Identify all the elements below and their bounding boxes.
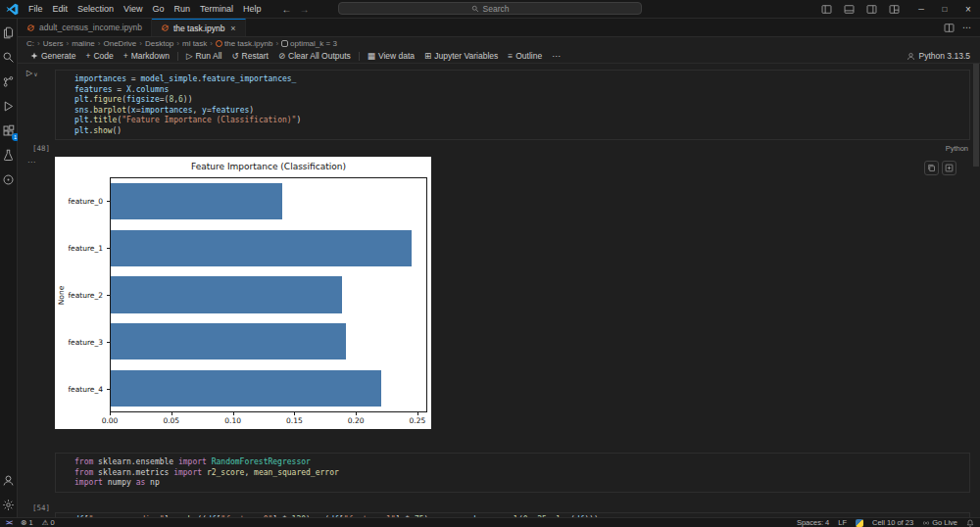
breadcrumb-item[interactable]: OneDrive [103, 39, 136, 48]
menu-item-terminal[interactable]: Terminal [195, 4, 238, 14]
breadcrumb-separator-icon: › [210, 39, 213, 48]
generate-button[interactable]: Generate [25, 51, 80, 61]
run-debug-icon[interactable] [1, 99, 17, 114]
close-tab-icon[interactable]: × [230, 24, 235, 33]
problems-warnings[interactable]: ⚠0 [42, 518, 55, 527]
explorer-icon[interactable] [1, 25, 17, 40]
search-icon[interactable] [1, 50, 17, 65]
search-icon [471, 5, 479, 13]
breadcrumb-item[interactable]: maline [72, 39, 95, 48]
code-cell-2[interactable]: from sklearn.ensemble import RandomFores… [55, 453, 970, 493]
chart-ytick-feature_1: feature_1 [68, 244, 103, 253]
jupyter-variables-button[interactable]: ⊞Jupyter Variables [419, 51, 503, 61]
clear-all-outputs-button[interactable]: ⊘Clear All Outputs [273, 51, 356, 61]
account-icon[interactable] [1, 473, 17, 488]
problems-errors[interactable]: ⊗1 [21, 518, 32, 527]
cell-1-output: ⋯ Feature Importance (Classification) No… [55, 157, 970, 431]
tab-the-task[interactable]: the task.ipynb × [152, 19, 246, 36]
toggle-secondary-sidebar-icon[interactable] [861, 2, 881, 16]
chart-xtick-label: 0.25 [410, 416, 426, 425]
indentation-indicator[interactable]: Spaces: 4 [797, 518, 829, 527]
code-line: df["expon_spending"] = abs((df["feature_… [74, 515, 965, 518]
broadcast-icon [922, 519, 930, 527]
breadcrumb: C:›Users›maline›OneDrive›Desktop›ml task… [18, 37, 980, 49]
add-markdown-cell-button[interactable]: +Markdown [119, 51, 174, 61]
notifications-bell-icon[interactable] [966, 519, 974, 527]
menu-item-go[interactable]: Go [147, 4, 169, 14]
toolbar-more-button[interactable]: ⋯ [547, 51, 565, 61]
code-cell-1[interactable]: importances = model_simple.feature_impor… [55, 70, 970, 140]
back-arrow-icon[interactable]: ← [281, 4, 291, 15]
toggle-panel-icon[interactable] [839, 2, 858, 16]
testing-icon[interactable] [1, 148, 17, 163]
cell-indicator[interactable]: Cell 10 of 23 [872, 518, 913, 527]
add-code-cell-button[interactable]: +Code [80, 51, 118, 61]
code-line: plt.show() [74, 126, 965, 137]
restart-button[interactable]: ↺Restart [226, 51, 273, 61]
output-gutter-dots: ⋯ [27, 158, 36, 167]
maximize-icon[interactable]: □ [933, 0, 956, 18]
breadcrumb-item[interactable]: the task.ipynb [216, 39, 272, 48]
run-all-button[interactable]: ▷Run All [181, 51, 226, 61]
kernel-label: Python 3.13.5 [919, 51, 970, 61]
copy-output-button[interactable] [924, 161, 939, 175]
code-lines[interactable]: from sklearn.ensemble import RandomFores… [74, 457, 965, 489]
code-lines[interactable]: importances = model_simple.feature_impor… [74, 74, 965, 136]
menu-item-file[interactable]: File [24, 4, 48, 14]
code-line: plt.title("Feature Importance (Classific… [74, 116, 965, 126]
notebook-file-icon [26, 24, 35, 32]
menu-item-selection[interactable]: Selection [73, 4, 119, 14]
view-data-button[interactable]: ▦View data [363, 51, 419, 61]
breadcrumb-item[interactable]: ml task [182, 39, 207, 48]
menu-item-edit[interactable]: Edit [48, 4, 74, 14]
forward-arrow-icon[interactable]: → [299, 4, 309, 15]
outline-button[interactable]: ≡Outline [503, 51, 547, 61]
activity-bar: 1 [0, 19, 18, 517]
tab-adult-census-income[interactable]: adult_census_income.ipynb [18, 19, 152, 36]
customize-layout-icon[interactable] [884, 2, 904, 16]
titlebar: FileEditSelectionViewGoRunTerminalHelp ←… [0, 0, 980, 19]
menu-item-view[interactable]: View [119, 4, 147, 14]
breadcrumb-item[interactable]: C: [26, 39, 34, 48]
command-center-search[interactable]: Search [338, 2, 642, 15]
status-bar: >< ⊗1 ⚠0 Spaces: 4 LF Cell 10 of 23 Go L… [0, 517, 980, 527]
menu-item-run[interactable]: Run [169, 4, 195, 14]
extensions-icon[interactable]: 1 [1, 123, 17, 138]
go-live-button[interactable]: Go Live [922, 518, 957, 527]
settings-gear-icon[interactable] [1, 498, 17, 512]
eol-indicator[interactable]: LF [838, 518, 847, 527]
chart-plot-area [110, 177, 427, 412]
breadcrumb-item[interactable]: optimal_k = 3 [281, 39, 337, 48]
variables-icon: ⊞ [424, 51, 431, 61]
chevron-down-icon[interactable]: ∨ [33, 71, 37, 77]
toggle-sidebar-icon[interactable] [816, 2, 836, 16]
breadcrumb-separator-icon: › [176, 39, 179, 48]
source-control-icon[interactable] [1, 74, 17, 89]
run-cell-icon[interactable]: ▷ [26, 69, 32, 77]
output-more-actions-button[interactable] [942, 161, 956, 175]
scrollbar-thumb[interactable] [973, 64, 979, 167]
menu-item-help[interactable]: Help [238, 4, 267, 14]
chart-yaxis: feature_0feature_1feature_2feature_3feat… [55, 177, 110, 412]
cell-language-picker[interactable]: Python [946, 144, 968, 153]
breadcrumb-item[interactable]: Desktop [145, 39, 173, 48]
code-line: import numpy as np [74, 478, 965, 489]
code-line: from sklearn.ensemble import RandomFores… [74, 457, 965, 468]
close-icon[interactable]: × [956, 0, 980, 18]
split-editor-icon[interactable] [944, 23, 955, 33]
breadcrumb-item[interactable]: Users [43, 39, 64, 48]
more-actions-icon[interactable]: ⋯ [962, 23, 971, 32]
scrollbar[interactable] [973, 64, 979, 517]
code-line: sns.barplot(x=importances, y=features) [74, 106, 965, 117]
minimize-icon[interactable]: ─ [909, 0, 933, 18]
chart-xtick-label: 0.10 [224, 416, 241, 425]
chart-xtickmark [417, 412, 418, 415]
code-lines[interactable]: df["expon_spending"] = abs((df["feature_… [74, 515, 965, 518]
plus-icon: + [123, 51, 128, 61]
remote-indicator-icon[interactable]: >< [6, 519, 12, 526]
jupyter-icon[interactable] [1, 172, 17, 187]
code-cell-3[interactable]: df["expon_spending"] = abs((df["feature_… [55, 512, 970, 518]
kernel-picker[interactable]: Python 3.13.5 [906, 51, 980, 61]
python-status[interactable] [856, 519, 863, 527]
chart-ytick-feature_2: feature_2 [68, 291, 103, 300]
